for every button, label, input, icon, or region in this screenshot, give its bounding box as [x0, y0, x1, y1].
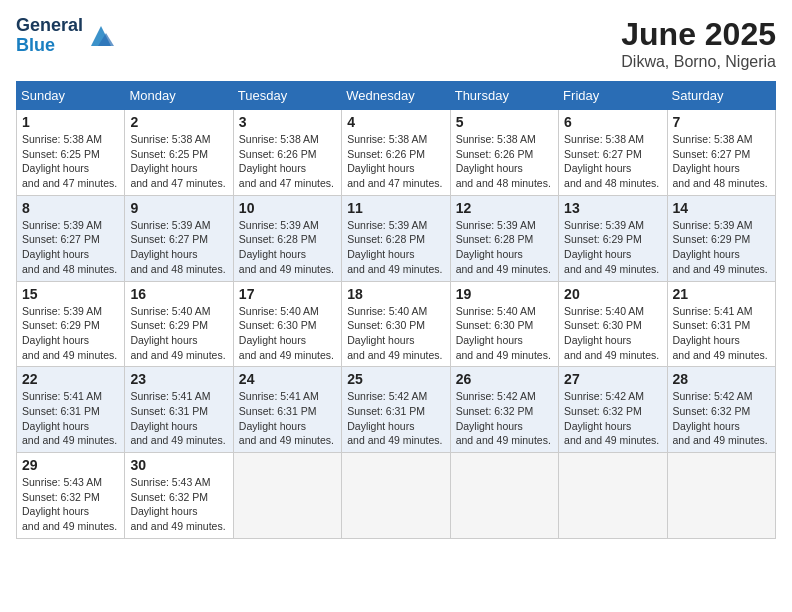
- day-number: 24: [239, 371, 336, 387]
- table-row: [667, 453, 775, 539]
- day-number: 6: [564, 114, 661, 130]
- day-number: 10: [239, 200, 336, 216]
- day-number: 3: [239, 114, 336, 130]
- day-info: Sunrise: 5:39 AM Sunset: 6:27 PM Dayligh…: [22, 218, 119, 277]
- day-number: 23: [130, 371, 227, 387]
- table-row: 22 Sunrise: 5:41 AM Sunset: 6:31 PM Dayl…: [17, 367, 125, 453]
- table-row: 8 Sunrise: 5:39 AM Sunset: 6:27 PM Dayli…: [17, 195, 125, 281]
- table-row: 6 Sunrise: 5:38 AM Sunset: 6:27 PM Dayli…: [559, 110, 667, 196]
- day-number: 15: [22, 286, 119, 302]
- day-info: Sunrise: 5:38 AM Sunset: 6:27 PM Dayligh…: [673, 132, 770, 191]
- calendar-header-row: Sunday Monday Tuesday Wednesday Thursday…: [17, 82, 776, 110]
- day-number: 26: [456, 371, 553, 387]
- table-row: 14 Sunrise: 5:39 AM Sunset: 6:29 PM Dayl…: [667, 195, 775, 281]
- table-row: 13 Sunrise: 5:39 AM Sunset: 6:29 PM Dayl…: [559, 195, 667, 281]
- table-row: [233, 453, 341, 539]
- table-row: 10 Sunrise: 5:39 AM Sunset: 6:28 PM Dayl…: [233, 195, 341, 281]
- table-row: [450, 453, 558, 539]
- col-wednesday: Wednesday: [342, 82, 450, 110]
- day-number: 20: [564, 286, 661, 302]
- day-number: 12: [456, 200, 553, 216]
- table-row: 27 Sunrise: 5:42 AM Sunset: 6:32 PM Dayl…: [559, 367, 667, 453]
- header: GeneralBlue June 2025 Dikwa, Borno, Nige…: [16, 16, 776, 71]
- day-info: Sunrise: 5:41 AM Sunset: 6:31 PM Dayligh…: [239, 389, 336, 448]
- day-info: Sunrise: 5:40 AM Sunset: 6:30 PM Dayligh…: [239, 304, 336, 363]
- day-info: Sunrise: 5:40 AM Sunset: 6:30 PM Dayligh…: [456, 304, 553, 363]
- calendar-week-row: 29 Sunrise: 5:43 AM Sunset: 6:32 PM Dayl…: [17, 453, 776, 539]
- day-info: Sunrise: 5:41 AM Sunset: 6:31 PM Dayligh…: [22, 389, 119, 448]
- day-number: 29: [22, 457, 119, 473]
- table-row: [342, 453, 450, 539]
- table-row: 3 Sunrise: 5:38 AM Sunset: 6:26 PM Dayli…: [233, 110, 341, 196]
- day-info: Sunrise: 5:42 AM Sunset: 6:32 PM Dayligh…: [564, 389, 661, 448]
- day-number: 7: [673, 114, 770, 130]
- table-row: 20 Sunrise: 5:40 AM Sunset: 6:30 PM Dayl…: [559, 281, 667, 367]
- day-number: 11: [347, 200, 444, 216]
- day-info: Sunrise: 5:40 AM Sunset: 6:30 PM Dayligh…: [347, 304, 444, 363]
- day-info: Sunrise: 5:42 AM Sunset: 6:31 PM Dayligh…: [347, 389, 444, 448]
- day-number: 22: [22, 371, 119, 387]
- day-info: Sunrise: 5:41 AM Sunset: 6:31 PM Dayligh…: [673, 304, 770, 363]
- table-row: 17 Sunrise: 5:40 AM Sunset: 6:30 PM Dayl…: [233, 281, 341, 367]
- table-row: 29 Sunrise: 5:43 AM Sunset: 6:32 PM Dayl…: [17, 453, 125, 539]
- table-row: 11 Sunrise: 5:39 AM Sunset: 6:28 PM Dayl…: [342, 195, 450, 281]
- day-number: 16: [130, 286, 227, 302]
- table-row: 26 Sunrise: 5:42 AM Sunset: 6:32 PM Dayl…: [450, 367, 558, 453]
- table-row: 21 Sunrise: 5:41 AM Sunset: 6:31 PM Dayl…: [667, 281, 775, 367]
- day-info: Sunrise: 5:39 AM Sunset: 6:28 PM Dayligh…: [347, 218, 444, 277]
- table-row: 5 Sunrise: 5:38 AM Sunset: 6:26 PM Dayli…: [450, 110, 558, 196]
- col-saturday: Saturday: [667, 82, 775, 110]
- table-row: 30 Sunrise: 5:43 AM Sunset: 6:32 PM Dayl…: [125, 453, 233, 539]
- day-info: Sunrise: 5:40 AM Sunset: 6:29 PM Dayligh…: [130, 304, 227, 363]
- calendar-week-row: 22 Sunrise: 5:41 AM Sunset: 6:31 PM Dayl…: [17, 367, 776, 453]
- day-number: 19: [456, 286, 553, 302]
- day-number: 8: [22, 200, 119, 216]
- day-info: Sunrise: 5:38 AM Sunset: 6:26 PM Dayligh…: [347, 132, 444, 191]
- day-number: 28: [673, 371, 770, 387]
- table-row: 7 Sunrise: 5:38 AM Sunset: 6:27 PM Dayli…: [667, 110, 775, 196]
- day-info: Sunrise: 5:41 AM Sunset: 6:31 PM Dayligh…: [130, 389, 227, 448]
- month-title: June 2025: [621, 16, 776, 53]
- calendar-week-row: 15 Sunrise: 5:39 AM Sunset: 6:29 PM Dayl…: [17, 281, 776, 367]
- calendar-week-row: 8 Sunrise: 5:39 AM Sunset: 6:27 PM Dayli…: [17, 195, 776, 281]
- table-row: 18 Sunrise: 5:40 AM Sunset: 6:30 PM Dayl…: [342, 281, 450, 367]
- day-info: Sunrise: 5:40 AM Sunset: 6:30 PM Dayligh…: [564, 304, 661, 363]
- table-row: 19 Sunrise: 5:40 AM Sunset: 6:30 PM Dayl…: [450, 281, 558, 367]
- day-number: 30: [130, 457, 227, 473]
- day-info: Sunrise: 5:39 AM Sunset: 6:28 PM Dayligh…: [239, 218, 336, 277]
- day-number: 14: [673, 200, 770, 216]
- table-row: 4 Sunrise: 5:38 AM Sunset: 6:26 PM Dayli…: [342, 110, 450, 196]
- day-info: Sunrise: 5:39 AM Sunset: 6:28 PM Dayligh…: [456, 218, 553, 277]
- table-row: 23 Sunrise: 5:41 AM Sunset: 6:31 PM Dayl…: [125, 367, 233, 453]
- table-row: 1 Sunrise: 5:38 AM Sunset: 6:25 PM Dayli…: [17, 110, 125, 196]
- calendar-week-row: 1 Sunrise: 5:38 AM Sunset: 6:25 PM Dayli…: [17, 110, 776, 196]
- day-number: 2: [130, 114, 227, 130]
- day-number: 1: [22, 114, 119, 130]
- day-info: Sunrise: 5:39 AM Sunset: 6:29 PM Dayligh…: [673, 218, 770, 277]
- day-info: Sunrise: 5:38 AM Sunset: 6:26 PM Dayligh…: [239, 132, 336, 191]
- day-info: Sunrise: 5:39 AM Sunset: 6:29 PM Dayligh…: [564, 218, 661, 277]
- logo-text: GeneralBlue: [16, 16, 83, 56]
- day-number: 9: [130, 200, 227, 216]
- day-info: Sunrise: 5:43 AM Sunset: 6:32 PM Dayligh…: [22, 475, 119, 534]
- day-number: 17: [239, 286, 336, 302]
- day-info: Sunrise: 5:38 AM Sunset: 6:25 PM Dayligh…: [130, 132, 227, 191]
- table-row: 28 Sunrise: 5:42 AM Sunset: 6:32 PM Dayl…: [667, 367, 775, 453]
- col-monday: Monday: [125, 82, 233, 110]
- day-number: 25: [347, 371, 444, 387]
- col-tuesday: Tuesday: [233, 82, 341, 110]
- col-sunday: Sunday: [17, 82, 125, 110]
- location-title: Dikwa, Borno, Nigeria: [621, 53, 776, 71]
- day-number: 13: [564, 200, 661, 216]
- table-row: 9 Sunrise: 5:39 AM Sunset: 6:27 PM Dayli…: [125, 195, 233, 281]
- col-thursday: Thursday: [450, 82, 558, 110]
- day-info: Sunrise: 5:42 AM Sunset: 6:32 PM Dayligh…: [456, 389, 553, 448]
- table-row: 12 Sunrise: 5:39 AM Sunset: 6:28 PM Dayl…: [450, 195, 558, 281]
- table-row: 25 Sunrise: 5:42 AM Sunset: 6:31 PM Dayl…: [342, 367, 450, 453]
- day-number: 18: [347, 286, 444, 302]
- table-row: 16 Sunrise: 5:40 AM Sunset: 6:29 PM Dayl…: [125, 281, 233, 367]
- day-info: Sunrise: 5:39 AM Sunset: 6:27 PM Dayligh…: [130, 218, 227, 277]
- logo-icon: [86, 21, 116, 51]
- day-number: 5: [456, 114, 553, 130]
- day-info: Sunrise: 5:42 AM Sunset: 6:32 PM Dayligh…: [673, 389, 770, 448]
